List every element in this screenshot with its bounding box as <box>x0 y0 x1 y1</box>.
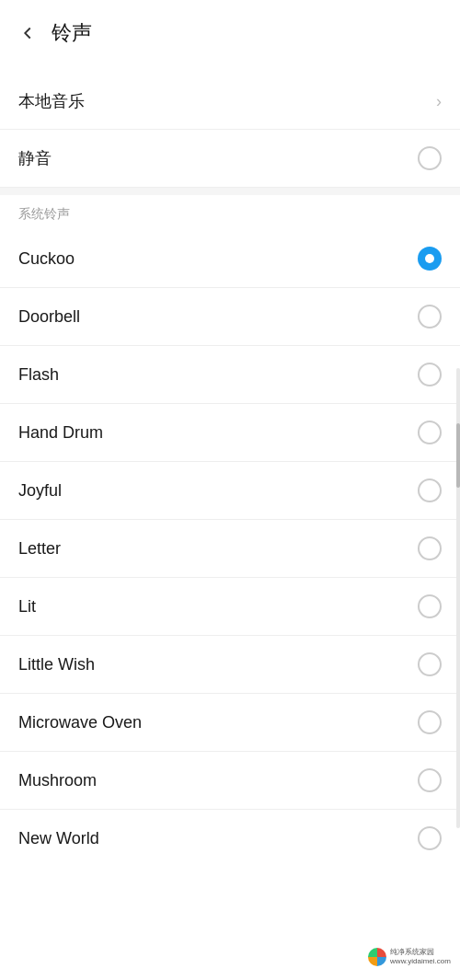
radio-microwave-oven[interactable] <box>418 710 442 734</box>
ringtone-label-letter: Letter <box>18 539 61 559</box>
ringtone-label-new-world: New World <box>18 829 99 848</box>
ringtone-item-cuckoo[interactable]: Cuckoo <box>0 230 460 288</box>
header: 铃声 <box>0 0 460 66</box>
radio-hand-drum[interactable] <box>418 421 442 444</box>
radio-doorbell[interactable] <box>418 305 442 329</box>
system-ringtones-section-label: 系统铃声 <box>0 195 460 230</box>
ringtone-item-lit[interactable]: Lit <box>0 578 460 636</box>
ringtone-item-mushroom[interactable]: Mushroom <box>0 752 460 810</box>
radio-letter[interactable] <box>418 536 442 560</box>
radio-little-wish[interactable] <box>418 652 442 676</box>
ringtone-item-new-world[interactable]: New World <box>0 810 460 858</box>
silent-item[interactable]: 静音 <box>0 130 460 188</box>
watermark: 纯净系统家园 www.yidaimei.com <box>368 943 451 971</box>
watermark-text: 纯净系统家园 www.yidaimei.com <box>390 948 451 965</box>
back-button[interactable] <box>9 15 46 52</box>
silent-label: 静音 <box>18 147 52 169</box>
ringtone-label-hand-drum: Hand Drum <box>18 423 103 443</box>
scrollbar-thumb[interactable] <box>456 423 460 488</box>
chevron-right-icon: › <box>436 92 442 111</box>
ringtone-label-little-wish: Little Wish <box>18 655 95 674</box>
ringtone-label-microwave-oven: Microwave Oven <box>18 713 142 732</box>
ringtone-label-mushroom: Mushroom <box>18 771 97 790</box>
ringtone-item-flash[interactable]: Flash <box>0 346 460 404</box>
radio-flash[interactable] <box>418 363 442 386</box>
scrollbar-track <box>456 368 460 828</box>
ringtone-label-lit: Lit <box>18 597 36 617</box>
ringtone-label-doorbell: Doorbell <box>18 307 80 327</box>
silent-radio[interactable] <box>418 146 442 170</box>
ringtone-item-little-wish[interactable]: Little Wish <box>0 636 460 694</box>
ringtone-label-flash: Flash <box>18 365 59 385</box>
radio-lit[interactable] <box>418 594 442 618</box>
local-music-label: 本地音乐 <box>18 90 85 112</box>
radio-new-world[interactable] <box>418 826 442 850</box>
ringtone-item-letter[interactable]: Letter <box>0 520 460 578</box>
page-title: 铃声 <box>52 19 92 47</box>
ringtone-label-joyful: Joyful <box>18 481 62 501</box>
watermark-logo <box>368 948 386 966</box>
radio-mushroom[interactable] <box>418 768 442 792</box>
ringtone-item-doorbell[interactable]: Doorbell <box>0 288 460 346</box>
ringtone-item-joyful[interactable]: Joyful <box>0 462 460 520</box>
radio-joyful[interactable] <box>418 478 442 502</box>
ringtone-item-microwave-oven[interactable]: Microwave Oven <box>0 694 460 752</box>
local-music-item[interactable]: 本地音乐 › <box>0 74 460 130</box>
ringtone-item-hand-drum[interactable]: Hand Drum <box>0 404 460 462</box>
radio-cuckoo-selected[interactable] <box>418 247 442 271</box>
ringtone-label-cuckoo: Cuckoo <box>18 249 75 269</box>
section-divider <box>0 188 460 195</box>
